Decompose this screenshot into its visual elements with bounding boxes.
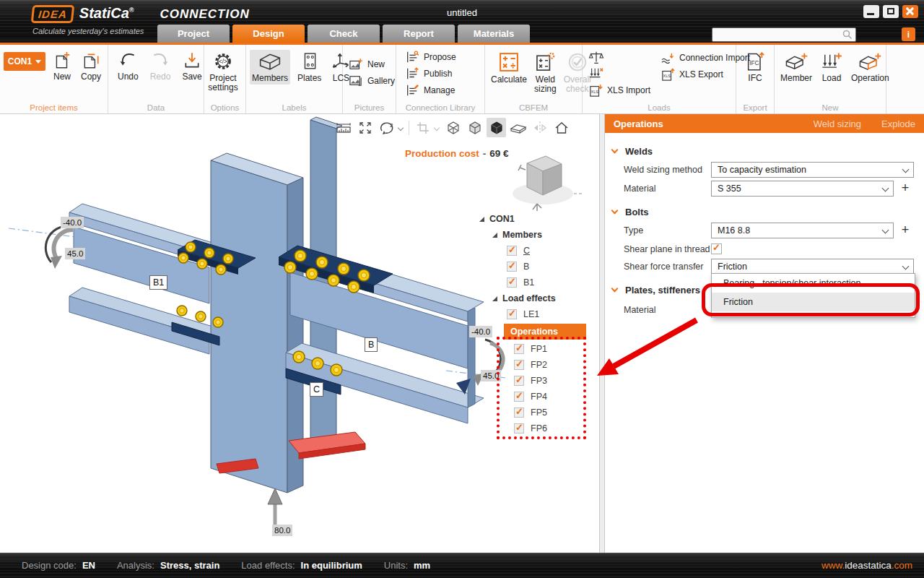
picture-new-button[interactable]: New (349, 58, 396, 71)
tree-node-load-effects[interactable]: Load effects (474, 290, 599, 306)
xls-import-button[interactable]: XLS XLS Import (588, 84, 650, 97)
library-propose-button[interactable]: Propose (405, 51, 484, 64)
tree-item-fp3[interactable]: FP3 (474, 373, 599, 389)
labels-plates-toggle[interactable]: Plates (295, 50, 323, 85)
section-crop-button[interactable] (413, 118, 432, 137)
expander-icon[interactable] (492, 233, 497, 238)
connection-selector-button[interactable]: CON1 (4, 52, 45, 71)
tab-check[interactable]: Check (308, 25, 380, 43)
tree-item-le1[interactable]: LE1 (474, 306, 599, 322)
loads-equilibrium-button[interactable] (588, 51, 650, 65)
add-weld-material-button[interactable]: + (898, 181, 912, 197)
new-member-button[interactable]: Member (778, 50, 814, 85)
tree-item-fp6[interactable]: FP6 (474, 420, 599, 436)
checkbox-checked[interactable] (514, 407, 524, 418)
checkbox-checked[interactable] (514, 423, 524, 434)
add-bolt-type-button[interactable]: + (898, 223, 912, 238)
navigation-cube[interactable] (505, 149, 585, 215)
section-plates-stiffeners[interactable]: Plates, stiffeners (612, 283, 700, 296)
search-input[interactable] (712, 29, 842, 40)
tab-design[interactable]: Design (232, 25, 305, 43)
undo-button[interactable]: Undo (116, 50, 141, 83)
wireframe-view-button[interactable] (443, 118, 463, 137)
close-button[interactable] (902, 5, 918, 18)
checkbox-checked[interactable] (514, 344, 524, 354)
website-link[interactable]: www.ideastatica.com (821, 553, 912, 578)
rotate-icon: 2 (379, 121, 395, 135)
search-box[interactable] (712, 27, 856, 42)
rotate-view-button[interactable]: 2 (377, 118, 396, 137)
chevron-down-icon (611, 207, 619, 215)
shear-transfer-select[interactable]: Friction (711, 259, 914, 275)
dropdown-option-friction[interactable]: Friction (712, 293, 915, 311)
checkbox-checked[interactable] (507, 277, 517, 288)
checkbox-checked[interactable] (507, 309, 517, 319)
bolt-type-select[interactable]: M16 8.8 (711, 223, 894, 238)
weld-sizing-method-select[interactable]: To capacity estimation (711, 162, 914, 178)
library-manage-button[interactable]: Manage (405, 84, 484, 97)
expander-icon[interactable] (492, 296, 497, 301)
expander-icon[interactable] (479, 217, 484, 222)
maximize-button[interactable] (883, 5, 899, 18)
panel-weld-sizing-button[interactable]: Weld sizing (814, 118, 861, 129)
minimize-button[interactable] (863, 5, 879, 18)
home-view-button[interactable] (552, 118, 571, 137)
tree-item-member-b1[interactable]: B1 (474, 275, 599, 290)
load-effects-label: Load effects: (241, 560, 295, 571)
tree-item-member-b[interactable]: B (474, 259, 599, 275)
solid-view-button[interactable] (487, 118, 506, 137)
zoom-fit-button[interactable] (355, 118, 375, 137)
tree-node-operations[interactable]: Operations (504, 324, 586, 340)
3d-viewport[interactable]: 2 Production cost-69 € (0, 114, 599, 553)
tab-materials[interactable]: Materials (458, 25, 530, 43)
tab-project[interactable]: Project (157, 25, 230, 43)
save-button[interactable]: Save (180, 50, 204, 83)
bolt-type-label: Type (624, 223, 643, 238)
crop-options-chevron[interactable] (434, 124, 440, 130)
ifc-export-button[interactable]: IFC IFC (743, 50, 767, 85)
clip-view-button[interactable] (508, 118, 528, 137)
tab-report[interactable]: Report (383, 25, 455, 43)
weld-material-select[interactable]: S 355 (711, 181, 894, 197)
shear-plane-checkbox[interactable] (711, 243, 722, 254)
section-bolts[interactable]: Bolts (612, 205, 649, 218)
tree-node-members[interactable]: Members (474, 227, 599, 243)
rotate-options-chevron[interactable] (398, 124, 404, 130)
redo-button[interactable]: Redo (148, 50, 173, 83)
new-operation-button[interactable]: Operation (849, 50, 892, 85)
tree-item-fp2[interactable]: FP2 (474, 357, 599, 373)
project-settings-button[interactable]: </> Project settings (204, 50, 242, 94)
info-button[interactable]: i (902, 27, 915, 41)
tree-node-con1[interactable]: CON1 (474, 211, 599, 227)
weld-sizing-icon (535, 51, 555, 73)
labels-members-toggle[interactable]: Members (250, 50, 290, 85)
library-publish-button[interactable]: Publish (405, 67, 484, 80)
search-icon (842, 29, 853, 40)
tree-item-member-c[interactable]: C (474, 243, 599, 259)
mirror-view-button[interactable] (530, 118, 549, 137)
new-project-item-button[interactable]: New (51, 50, 74, 83)
picture-gallery-button[interactable]: Gallery (349, 74, 396, 87)
tree-item-fp4[interactable]: FP4 (474, 389, 599, 405)
copy-project-item-button[interactable]: Copy (79, 50, 103, 83)
tree-item-fp5[interactable]: FP5 (474, 405, 599, 420)
checkbox-checked[interactable] (514, 360, 524, 370)
transparent-view-button[interactable] (465, 118, 484, 137)
measure-tool-button[interactable] (334, 118, 353, 137)
tree-item-fp1[interactable]: FP1 (474, 341, 599, 357)
manage-icon (405, 84, 419, 97)
new-load-button[interactable]: Load (819, 50, 845, 85)
checkbox-checked[interactable] (507, 246, 517, 256)
checkbox-checked[interactable] (514, 376, 524, 386)
calculate-button[interactable]: Calculate (489, 50, 529, 86)
section-welds[interactable]: Welds (612, 144, 653, 158)
checkbox-checked[interactable] (514, 392, 524, 402)
checkbox-checked[interactable] (507, 262, 517, 272)
tagline: Calculate yesterday's estimates (32, 27, 144, 35)
panel-splitter[interactable] (599, 114, 605, 553)
weld-sizing-button[interactable]: Weld sizing (532, 50, 559, 95)
design-code-value: EN (82, 560, 95, 571)
panel-explode-button[interactable]: Explode (881, 118, 915, 129)
dropdown-option-bearing[interactable]: Bearing - tension/shear interaction (712, 274, 915, 293)
loads-delete-button[interactable] (588, 67, 650, 82)
